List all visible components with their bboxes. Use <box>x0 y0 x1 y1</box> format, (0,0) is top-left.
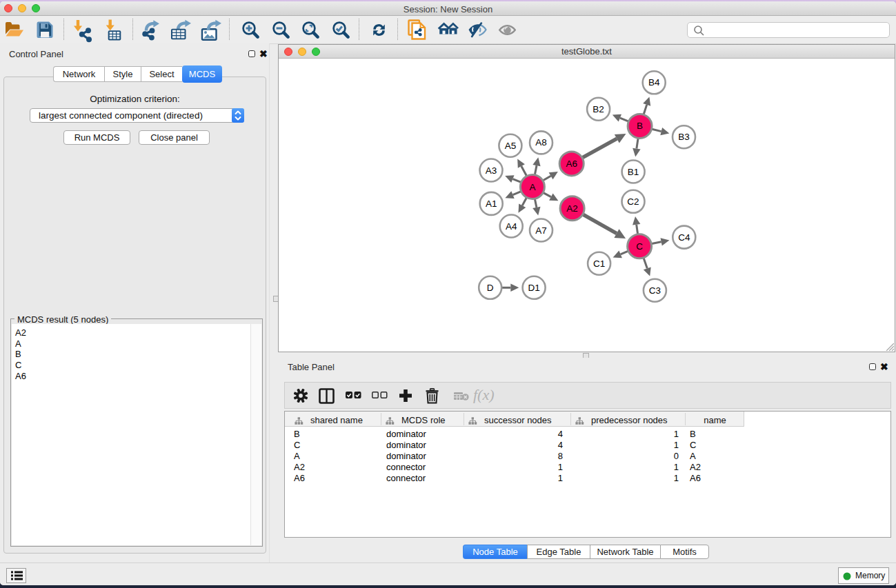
svg-text:A2: A2 <box>566 203 578 214</box>
svg-text:A: A <box>529 182 535 192</box>
svg-text:C: C <box>636 241 643 252</box>
svg-text:D1: D1 <box>528 283 539 293</box>
svg-text:D: D <box>487 283 494 293</box>
svg-text:B: B <box>637 121 643 131</box>
svg-text:A5: A5 <box>505 141 517 151</box>
svg-text:C4: C4 <box>678 232 690 243</box>
svg-text:A8: A8 <box>535 137 547 148</box>
svg-text:B3: B3 <box>678 132 690 142</box>
svg-text:A3: A3 <box>486 165 497 176</box>
svg-text:A1: A1 <box>486 199 497 209</box>
svg-text:C3: C3 <box>649 285 661 296</box>
svg-text:B2: B2 <box>593 104 604 114</box>
svg-text:C1: C1 <box>593 258 605 269</box>
svg-text:B4: B4 <box>648 77 660 88</box>
svg-text:C2: C2 <box>627 196 639 207</box>
svg-text:B1: B1 <box>628 167 639 177</box>
svg-text:A6: A6 <box>566 159 577 169</box>
svg-text:A7: A7 <box>535 225 547 236</box>
svg-text:A4: A4 <box>506 221 517 232</box>
